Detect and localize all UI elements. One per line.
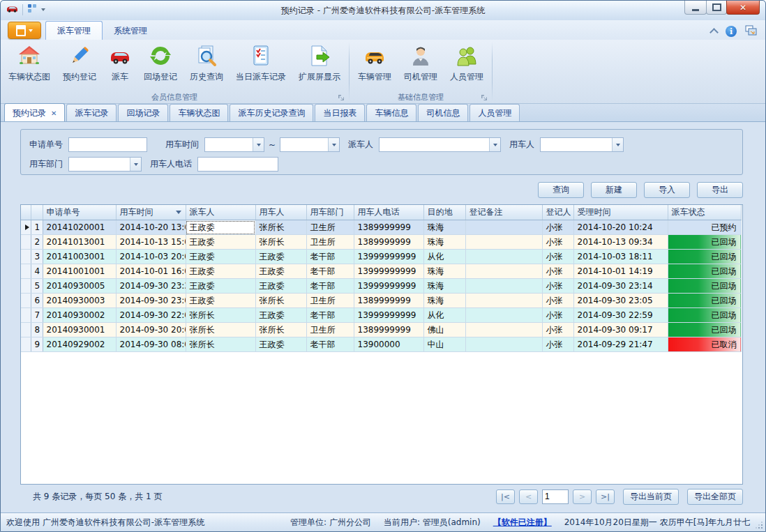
cell-dispatcher[interactable]: 王政委 xyxy=(186,279,255,294)
import-button[interactable]: 导入 xyxy=(644,182,690,198)
cell-accept-time[interactable]: 2014-09-30 23:14 xyxy=(573,279,668,294)
cell-order-no[interactable]: 20140930001 xyxy=(43,323,116,337)
table-row[interactable]: 3 20141003001 2014-10-03 20:00 王政委 王政委 老… xyxy=(21,250,741,264)
maximize-button[interactable] xyxy=(706,1,727,15)
header-dispatcher[interactable]: 派车人 xyxy=(186,205,255,220)
cell-dept[interactable]: 卫生所 xyxy=(306,323,354,337)
phone-input[interactable] xyxy=(197,157,278,172)
tab-vehicle-status-map[interactable]: 车辆状态图 xyxy=(170,104,228,121)
cell-order-no[interactable]: 20141003001 xyxy=(43,250,116,264)
ribbon-button-driver-mgmt[interactable]: 司机管理 xyxy=(398,40,444,91)
ribbon-button-dispatch[interactable]: 派车 xyxy=(103,40,137,91)
cell-use-time[interactable]: 2014-10-13 15:00 xyxy=(116,235,186,250)
cell-order-no[interactable]: 20141013001 xyxy=(43,235,116,250)
cell-status[interactable]: 已回场 xyxy=(668,279,741,294)
cell-use-time[interactable]: 2014-09-30 22:00 xyxy=(116,308,186,323)
cell-dept[interactable]: 卫生所 xyxy=(306,220,354,235)
cell-user[interactable]: 王政委 xyxy=(255,279,306,294)
cell-accept-time[interactable]: 2014-10-20 10:24 xyxy=(573,220,668,235)
cell-dispatcher[interactable]: 王政委 xyxy=(186,294,255,308)
cell-status[interactable]: 已回场 xyxy=(668,250,741,264)
header-accept-time[interactable]: 受理时间 xyxy=(573,205,668,220)
cell-phone[interactable]: 1389999999 xyxy=(354,323,423,337)
prev-page-button[interactable]: < xyxy=(519,489,538,504)
cell-destination[interactable]: 中山 xyxy=(423,337,465,352)
cell-dept[interactable]: 卫生所 xyxy=(306,235,354,250)
cell-status[interactable]: 已回场 xyxy=(668,264,741,279)
cell-registrar[interactable]: 小张 xyxy=(542,294,573,308)
cell-dispatcher[interactable]: 张所长 xyxy=(186,337,255,352)
cell-accept-time[interactable]: 2014-10-01 14:19 xyxy=(573,264,668,279)
cell-order-no[interactable]: 20140930002 xyxy=(43,308,116,323)
cell-user[interactable]: 张所长 xyxy=(255,220,306,235)
cell-user[interactable]: 王政委 xyxy=(255,308,306,323)
table-row[interactable]: 5 20140930005 2014-09-30 23:30 王政委 王政委 老… xyxy=(21,279,741,294)
header-remark[interactable]: 登记备注 xyxy=(465,205,542,220)
cell-remark[interactable] xyxy=(465,294,542,308)
close-tab-icon[interactable]: ✕ xyxy=(51,110,57,117)
cell-destination[interactable]: 佛山 xyxy=(423,323,465,337)
cell-registrar[interactable]: 小张 xyxy=(542,235,573,250)
cell-use-time[interactable]: 2014-09-30 20:00 xyxy=(116,323,186,337)
cell-dept[interactable]: 老干部 xyxy=(306,250,354,264)
table-row[interactable]: 6 20140930003 2014-09-30 23:00 王政委 张所长 卫… xyxy=(21,294,741,308)
query-button[interactable]: 查询 xyxy=(538,182,584,198)
cell-status[interactable]: 已回场 xyxy=(668,308,741,323)
minimize-button[interactable] xyxy=(684,1,707,15)
cell-dept[interactable]: 老干部 xyxy=(306,308,354,323)
cell-destination[interactable]: 从化 xyxy=(423,250,465,264)
header-destination[interactable]: 目的地 xyxy=(423,205,465,220)
ribbon-tab-system[interactable]: 系统管理 xyxy=(103,22,158,40)
next-page-button[interactable]: > xyxy=(573,489,592,504)
cell-destination[interactable]: 珠海 xyxy=(423,294,465,308)
use-time-to-select[interactable] xyxy=(280,137,340,152)
cell-accept-time[interactable]: 2014-10-03 18:11 xyxy=(573,250,668,264)
cell-dept[interactable]: 老干部 xyxy=(306,264,354,279)
cell-order-no[interactable]: 20140930005 xyxy=(43,279,116,294)
cell-registrar[interactable]: 小张 xyxy=(542,337,573,352)
cell-registrar[interactable]: 小张 xyxy=(542,264,573,279)
cell-dispatcher[interactable]: 王政委 xyxy=(186,250,255,264)
cell-destination[interactable]: 从化 xyxy=(423,308,465,323)
cell-dispatcher[interactable]: 张所长 xyxy=(186,323,255,337)
cell-phone[interactable]: 13999999999 xyxy=(354,279,423,294)
cell-status[interactable]: 已回场 xyxy=(668,323,741,337)
tab-driver-info[interactable]: 司机信息 xyxy=(418,104,468,121)
cell-phone[interactable]: 1389999999 xyxy=(354,220,423,235)
tab-dispatch-records[interactable]: 派车记录 xyxy=(66,104,117,121)
header-user[interactable]: 用车人 xyxy=(255,205,306,220)
cell-dept[interactable]: 卫生所 xyxy=(306,294,354,308)
header-use-time[interactable]: 用车时间 xyxy=(116,205,186,220)
close-button[interactable]: ✕ xyxy=(726,1,760,15)
cell-phone[interactable]: 1389999999 xyxy=(354,235,423,250)
cell-registrar[interactable]: 小张 xyxy=(542,220,573,235)
cell-destination[interactable]: 珠海 xyxy=(423,235,465,250)
table-row[interactable]: 7 20140930002 2014-09-30 22:00 张所长 王政委 老… xyxy=(21,308,741,323)
ribbon-button-reservation[interactable]: 预约登记 xyxy=(57,40,103,91)
table-row[interactable]: 1 20141020001 2014-10-20 13:00 王政委 张所长 卫… xyxy=(21,220,741,235)
export-current-page-button[interactable]: 导出当前页 xyxy=(623,489,679,505)
cell-status[interactable]: 已取消 xyxy=(668,337,741,352)
cell-accept-time[interactable]: 2014-09-30 23:05 xyxy=(573,294,668,308)
cell-user[interactable]: 张所长 xyxy=(255,235,306,250)
cell-accept-time[interactable]: 2014-09-29 21:47 xyxy=(573,337,668,352)
cell-use-time[interactable]: 2014-09-30 23:00 xyxy=(116,294,186,308)
tab-return-records[interactable]: 回场记录 xyxy=(118,104,168,121)
cell-use-time[interactable]: 2014-09-30 23:30 xyxy=(116,279,186,294)
header-dept[interactable]: 用车部门 xyxy=(306,205,354,220)
cell-registrar[interactable]: 小张 xyxy=(542,323,573,337)
export-all-pages-button[interactable]: 导出全部页 xyxy=(687,489,743,505)
ribbon-button-personnel-mgmt[interactable]: 人员管理 xyxy=(444,40,490,91)
cell-registrar[interactable]: 小张 xyxy=(542,250,573,264)
cell-destination[interactable]: 珠海 xyxy=(423,220,465,235)
cell-use-time[interactable]: 2014-09-30 08:00 xyxy=(116,337,186,352)
info-icon[interactable]: i xyxy=(726,26,737,37)
tab-reservation-records[interactable]: 预约记录 ✕ xyxy=(4,103,65,121)
cell-user[interactable]: 王政委 xyxy=(255,337,306,352)
cell-dept[interactable]: 老干部 xyxy=(306,279,354,294)
tab-personnel-mgmt[interactable]: 人员管理 xyxy=(470,104,520,121)
ribbon-button-vehicle-mgmt[interactable]: 车辆管理 xyxy=(352,40,398,91)
cell-status[interactable]: 已回场 xyxy=(668,235,741,250)
cell-dispatcher[interactable]: 王政委 xyxy=(186,235,255,250)
collapse-ribbon-icon[interactable] xyxy=(709,28,719,37)
